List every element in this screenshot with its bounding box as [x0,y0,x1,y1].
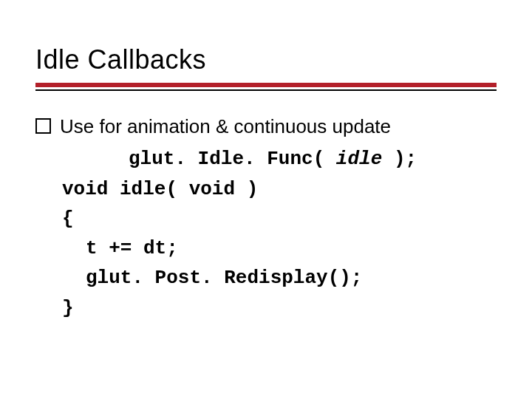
code-line-increment: t += dt; [62,233,497,263]
square-bullet-icon [35,118,51,134]
slide-title: Idle Callbacks [35,44,497,75]
code-param-idle: idle [336,148,382,170]
bullet-item: Use for animation & continuous update [35,112,497,141]
code-line-close-brace: } [62,293,497,323]
slide-body: Use for animation & continuous update gl… [35,112,497,323]
rule-red [35,83,497,87]
code-line-redisplay: glut. Post. Redisplay(); [62,263,497,293]
bullet-text: Use for animation & continuous update [60,112,497,141]
title-underline [35,83,497,91]
rule-thin [35,89,497,91]
code-line-open-brace: { [62,204,497,233]
code-line-signature: void idle( void ) [62,174,497,204]
code-block: glut. Idle. Func( idle ); void idle( voi… [62,144,497,323]
code-line-call: glut. Idle. Func( idle ); [62,144,497,174]
slide: Idle Callbacks Use for animation & conti… [0,0,532,399]
